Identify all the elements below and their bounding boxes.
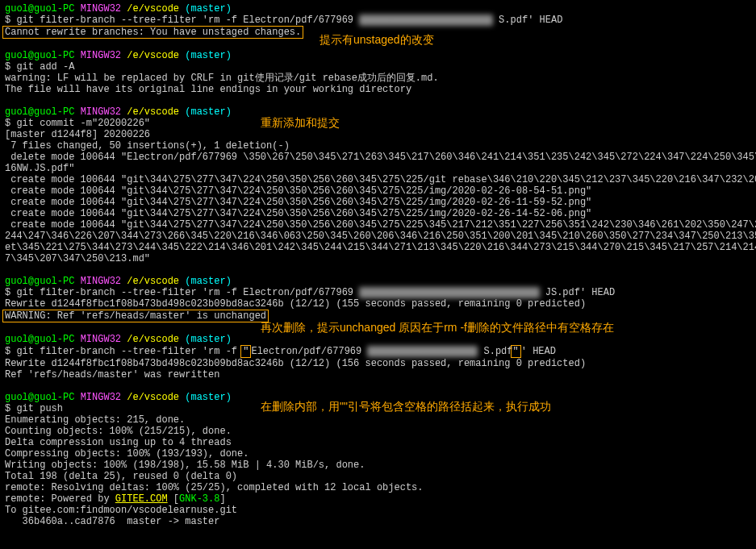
output: Ref 'refs/heads/master' was rewritten bbox=[5, 369, 751, 381]
cmd-git-add[interactable]: $ git add -A bbox=[5, 61, 751, 73]
output: Total 198 (delta 25), reused 0 (delta 0) bbox=[5, 471, 751, 482]
prompt-line[interactable]: guol@guol-PC MINGW32 /e/vscode (master) bbox=[5, 106, 751, 118]
annotation-1: 提示有unstaged的改变 bbox=[320, 34, 434, 45]
output: create mode 100644 "git\344\275\277\347\… bbox=[5, 185, 751, 197]
prompt-line[interactable]: guol@guol-PC MINGW32 /e/vscode (master) bbox=[5, 50, 751, 61]
output: 36b460a..cad7876 master -> master bbox=[5, 516, 751, 527]
output: create mode 100644 "git\344\275\277\347\… bbox=[5, 208, 751, 219]
cmd-filter-branch-2[interactable]: $ git filter-branch --tree-filter 'rm -f… bbox=[5, 287, 751, 298]
output: et\345\221\275\344\273\244\345\222\214\3… bbox=[5, 242, 751, 253]
output: Counting objects: 100% (215/215), done. bbox=[5, 426, 751, 437]
cmd-filter-branch-3[interactable]: $ git filter-branch --tree-filter 'rm -f… bbox=[5, 345, 751, 358]
output: create mode 100644 "git\344\275\277\347\… bbox=[5, 219, 751, 231]
annotation-3: 再次删除，提示unchanged 原因在于rm -f删除的文件路径中有空格存在 bbox=[261, 322, 614, 333]
output: create mode 100644 "git\344\275\277\347\… bbox=[5, 197, 751, 208]
output: Rewrite d1244f8fbc1f08b473bd498c023b09bd… bbox=[5, 358, 751, 369]
output: Rewrite d1244f8fbc1f08b473bd498c023b09bd… bbox=[5, 298, 751, 310]
output: 244\247\346\226\207\344\273\266\345\220\… bbox=[5, 231, 751, 242]
output: Enumerating objects: 215, done. bbox=[5, 414, 751, 426]
output: warning: LF will be replaced by CRLF in … bbox=[5, 73, 751, 84]
output: Delta compression using up to 4 threads bbox=[5, 437, 751, 448]
gitee-link[interactable]: GITEE.COM bbox=[115, 493, 168, 505]
cmd-git-commit[interactable]: $ git commit -m"20200226" bbox=[5, 118, 751, 129]
output: Writing objects: 100% (198/198), 15.58 M… bbox=[5, 460, 751, 471]
annotation-4: 在删除内部，用""引号将包含空格的路径括起来，执行成功 bbox=[261, 401, 551, 412]
cmd-filter-branch-1[interactable]: $ git filter-branch --tree-filter 'rm -f… bbox=[5, 15, 751, 26]
prompt-line[interactable]: guol@guol-PC MINGW32 /e/vscode (master) bbox=[5, 3, 751, 15]
output: 16NW.JS.pdf" bbox=[5, 163, 751, 174]
output: remote: Powered by GITEE.COM [GNK-3.8] bbox=[5, 493, 751, 505]
output: [master d1244f8] 20200226 bbox=[5, 129, 751, 140]
output: delete mode 100644 "Electron/pdf/677969 … bbox=[5, 152, 751, 163]
output: Compressing objects: 100% (193/193), don… bbox=[5, 448, 751, 460]
output: To gitee.com:findmoon/vscodelearnuse.git bbox=[5, 505, 751, 516]
annotation-2: 重新添加和提交 bbox=[261, 117, 340, 128]
output: create mode 100644 "git\344\275\277\347\… bbox=[5, 174, 751, 185]
output: 7 files changed, 50 insertions(+), 1 del… bbox=[5, 140, 751, 152]
output: The file will have its original line end… bbox=[5, 84, 751, 95]
prompt-line[interactable]: guol@guol-PC MINGW32 /e/vscode (master) bbox=[5, 276, 751, 287]
output: remote: Resolving deltas: 100% (25/25), … bbox=[5, 482, 751, 493]
output: 7\345\207\347\250\213.md" bbox=[5, 253, 751, 264]
prompt-line[interactable]: guol@guol-PC MINGW32 /e/vscode (master) bbox=[5, 334, 751, 345]
